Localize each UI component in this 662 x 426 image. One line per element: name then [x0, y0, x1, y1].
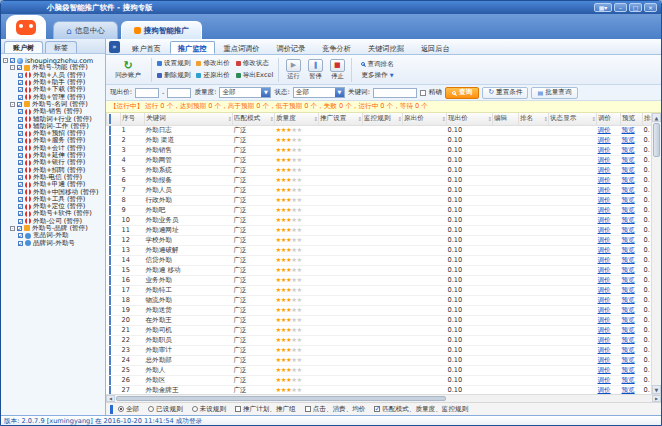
row-checkbox[interactable] [109, 305, 111, 315]
radio-icon[interactable] [192, 406, 198, 412]
col-header-0[interactable] [107, 113, 121, 125]
collapse-panel-button[interactable]: » [109, 41, 120, 53]
tab-labels[interactable]: 标签 [45, 41, 77, 53]
tree-item[interactable]: -ishoupingzhehu.com [1, 57, 105, 64]
tree-item[interactable]: 外勤+管理 (暂停) [1, 93, 105, 100]
还原出价-button[interactable]: 还原出价 [196, 70, 229, 82]
修改出价-button[interactable]: 修改出价 [196, 58, 229, 70]
adjust-bid-link[interactable]: 调价 [598, 186, 611, 194]
row-checkbox[interactable] [109, 165, 111, 175]
tree-checkbox[interactable] [18, 211, 23, 216]
preview-link[interactable]: 预览 [622, 126, 635, 134]
preview-link[interactable]: 预览 [622, 266, 635, 274]
row-checkbox[interactable] [109, 285, 111, 295]
radio-icon[interactable] [148, 406, 154, 412]
preview-link[interactable]: 预览 [622, 136, 635, 144]
row-checkbox[interactable] [109, 245, 111, 255]
tree-item[interactable]: 辅助词+行业 (暂停) [1, 115, 105, 122]
tree-checkbox[interactable] [18, 124, 23, 129]
tree-item[interactable]: 外勤-电信 (暂停) [1, 174, 105, 181]
adjust-bid-link[interactable]: 调价 [598, 346, 611, 354]
tree-checkbox[interactable] [18, 189, 23, 194]
row-checkbox[interactable] [109, 185, 111, 195]
scrollbar-thumb[interactable] [116, 396, 446, 401]
row-checkbox[interactable] [109, 355, 111, 365]
main-tab-3[interactable]: 调价记录 [268, 41, 313, 54]
filter-radio-全部[interactable]: 全部 [118, 405, 139, 414]
preview-link[interactable]: 预览 [622, 256, 635, 264]
app-tab-sogou-promotion[interactable]: 搜狗智能推广 [121, 21, 202, 39]
adjust-bid-link[interactable]: 调价 [598, 126, 611, 134]
select-all-checkbox[interactable] [109, 114, 111, 124]
quality-select[interactable]: 全部 ▼ [219, 87, 271, 98]
tree-checkbox[interactable] [18, 168, 23, 173]
tree-checkbox[interactable] [17, 102, 22, 107]
tree-item[interactable]: 外勤+工具 (暂停) [1, 196, 105, 203]
checkbox-icon[interactable] [305, 406, 311, 412]
tree-checkbox[interactable] [18, 109, 23, 114]
tree-item[interactable]: 外勤+招聘 (暂停) [1, 166, 105, 173]
skin-button[interactable]: ▦▾ [594, 3, 612, 12]
row-checkbox[interactable] [109, 215, 111, 225]
checkbox-icon[interactable] [235, 406, 241, 412]
tree-checkbox[interactable] [18, 131, 23, 136]
adjust-bid-link[interactable]: 调价 [598, 276, 611, 284]
row-checkbox[interactable] [109, 255, 111, 265]
preview-link[interactable]: 预览 [622, 356, 635, 364]
col-header-9[interactable]: 编辑 [493, 113, 519, 125]
keyword-input[interactable] [373, 88, 417, 98]
adjust-bid-link[interactable]: 调价 [598, 156, 611, 164]
sort-icon[interactable]: ⇕ [357, 116, 362, 122]
adjust-bid-link[interactable]: 调价 [598, 286, 611, 294]
tree-checkbox[interactable] [17, 226, 22, 231]
tab-account-tree[interactable]: 账户树 [4, 41, 43, 53]
main-tab-5[interactable]: 关键词挖掘 [360, 41, 412, 54]
query-rank-button[interactable]: 查询排名 [361, 60, 393, 69]
col-header-2[interactable]: 关键词⇕ [145, 113, 233, 125]
删除规则-button[interactable]: 删除规则 [157, 70, 190, 82]
reset-conditions-button[interactable]: ↻ 重置条件 [482, 87, 528, 99]
设置规则-button[interactable]: 设置规则 [157, 58, 190, 70]
vertical-scrollbar[interactable]: ▲ ▼ [651, 113, 661, 394]
expander-icon[interactable]: - [10, 102, 15, 107]
bid-min-input[interactable] [135, 88, 159, 98]
tree-item[interactable]: 外勤+人员 (暂停) [1, 72, 105, 79]
preview-link[interactable]: 预览 [622, 166, 635, 174]
bid-max-input[interactable] [167, 88, 191, 98]
tree-item[interactable]: 外勤+服务 (暂停) [1, 137, 105, 144]
main-tab-6[interactable]: 返回后台 [413, 41, 458, 54]
app-tab-info-center[interactable]: ⌂ 信息中心 [53, 21, 118, 39]
adjust-bid-link[interactable]: 调价 [598, 236, 611, 244]
sort-icon[interactable]: ⇕ [441, 116, 446, 122]
tree-checkbox[interactable] [18, 80, 23, 85]
adjust-bid-link[interactable]: 调价 [598, 266, 611, 274]
tree-checkbox[interactable] [18, 219, 23, 224]
adjust-bid-link[interactable]: 调价 [598, 366, 611, 374]
col-header-12[interactable]: 调价 [597, 113, 621, 125]
导出Excel-button[interactable]: 导出Excel [236, 70, 274, 82]
preview-link[interactable]: 预览 [622, 216, 635, 224]
row-checkbox[interactable] [109, 235, 111, 245]
row-checkbox[interactable] [109, 265, 111, 275]
row-checkbox[interactable] [109, 385, 111, 394]
row-checkbox[interactable] [109, 175, 111, 185]
main-tab-4[interactable]: 竞争分析 [314, 41, 359, 54]
tree-item[interactable]: 外勤+下载 (暂停) [1, 86, 105, 93]
tree-checkbox[interactable] [18, 153, 23, 158]
tree-checkbox[interactable] [18, 160, 23, 165]
preview-link[interactable]: 预览 [622, 236, 635, 244]
preview-link[interactable]: 预览 [622, 226, 635, 234]
tree-checkbox[interactable] [18, 138, 23, 143]
tree-checkbox[interactable] [10, 58, 15, 63]
sort-icon[interactable]: ⇕ [487, 116, 492, 122]
row-checkbox[interactable] [109, 295, 111, 305]
tree-checkbox[interactable] [17, 65, 22, 70]
preview-link[interactable]: 预览 [622, 336, 635, 344]
filter-radio-未设规则[interactable]: 未设规则 [192, 405, 226, 414]
adjust-bid-link[interactable]: 调价 [598, 306, 611, 314]
tree-checkbox[interactable] [18, 87, 23, 92]
sort-icon[interactable]: ⇕ [591, 116, 596, 122]
query-button[interactable]: 查询 [445, 87, 479, 99]
tree-item[interactable]: 外勤号+软件 (暂停) [1, 210, 105, 217]
radio-icon[interactable] [118, 406, 124, 412]
